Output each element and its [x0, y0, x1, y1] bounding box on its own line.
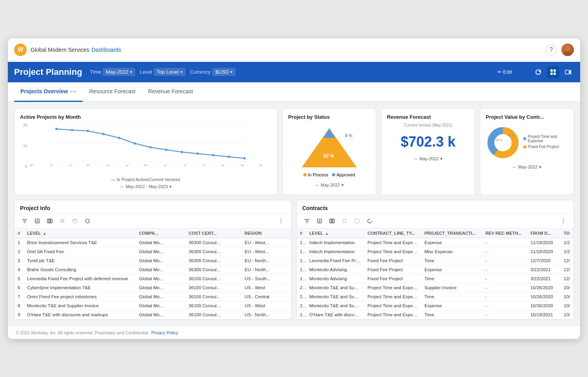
currency-label: Currency	[190, 69, 211, 75]
row-cost-center: 36300 Consul...	[185, 265, 241, 274]
filter-button[interactable]	[517, 66, 529, 78]
table-row[interactable]: 9 O'Hare T&E with discounts and markups …	[15, 310, 291, 319]
col-region[interactable]: REGION	[241, 228, 291, 238]
contracts-refresh-icon[interactable]	[365, 216, 374, 226]
row-level: Initech Implementation	[306, 238, 364, 247]
edit-button[interactable]: ✏ Edit	[495, 67, 514, 76]
save-icon[interactable]	[70, 216, 80, 226]
table-row[interactable]: 5 Lexmedia Fixed Fee Project with deferr…	[15, 274, 291, 283]
row-company: Global Mo...	[136, 265, 185, 274]
row-contract-type: Project Time and Expen...	[364, 310, 421, 319]
table-row[interactable]: 7 Omni Fixed Fee project milestones Glob…	[15, 292, 291, 301]
table-row[interactable]: 23 O'Hare T&E with discounts and markups…	[297, 310, 573, 319]
revenue-date-filter[interactable]: ↔ May-2022 ▾	[387, 156, 469, 161]
tab-revenue-forecast[interactable]: Revenue Forecast	[142, 83, 199, 101]
table-row[interactable]: 22 Montecito T&E and Supplier Invoice Pr…	[297, 301, 573, 310]
privacy-policy-link[interactable]: Privacy Policy	[151, 330, 178, 335]
row-num: 18	[297, 265, 306, 274]
table-row[interactable]: 18 Montecito Advising Fixed Fee Project …	[297, 265, 573, 274]
more-options-icon[interactable]: ⋮	[276, 216, 286, 226]
svg-point-17	[149, 146, 152, 149]
table-row[interactable]: 4 Brahe Goods Consulting Global Mo... 36…	[15, 265, 291, 274]
refresh-button[interactable]	[532, 66, 544, 78]
table-row[interactable]: 3 Tyrell plc T&E Global Mo... 36300 Cons…	[15, 256, 291, 265]
row-num: 7	[15, 292, 24, 301]
con-col-from[interactable]: FROM D...	[527, 228, 561, 238]
project-status-chart: Project by Status 8 % 92 % In Pr	[282, 108, 376, 195]
row-from-date: 3/22/2021	[527, 274, 561, 283]
level-filter-value[interactable]: Top Level ▾	[154, 68, 185, 76]
grid-view-button[interactable]	[547, 66, 559, 78]
time-filter-value[interactable]: May-2022 ▾	[103, 68, 135, 76]
table-row[interactable]: 2 Orel SA Fixed Fee Global Mo... 36300 C…	[15, 247, 291, 256]
table-row[interactable]: 6 Cyberdyne Implementation T&E Global Mo…	[15, 283, 291, 292]
filter-rows-icon[interactable]	[20, 216, 29, 226]
row-num: 2	[15, 247, 24, 256]
row-to: 10/	[561, 283, 573, 292]
col-level[interactable]: LEVEL ▲	[24, 228, 136, 238]
col-cost-center[interactable]: COST CENT...	[185, 228, 241, 238]
row-company: Global Mo...	[136, 247, 185, 256]
table-row[interactable]: 19 Montecito Advising Fixed Fee Project …	[297, 274, 573, 283]
date-range-filter[interactable]: ↔ May-2022 - May-2023 ▾	[20, 184, 272, 189]
table-row[interactable]: 17 Lexmedia Fixed Fee Project with defer…	[297, 256, 573, 265]
con-col-level[interactable]: LEVEL ▲	[306, 228, 364, 238]
contracts-toolbar: ⋮	[297, 214, 573, 228]
project-info-scroll[interactable]: # LEVEL ▲ COMPA... COST CENT... REGION 1…	[15, 228, 291, 319]
con-col-rev-rec[interactable]: REV REC METH...	[482, 228, 527, 238]
table-row[interactable]: 20 Montecito T&E and Supplier Invoice Pr…	[297, 283, 573, 292]
refresh-table-icon[interactable]	[83, 216, 92, 226]
revenue-value: $702.3 k	[387, 134, 469, 150]
tab-projects-overview[interactable]: Projects Overview ⋯	[14, 82, 83, 102]
con-col-to[interactable]: TO	[561, 228, 573, 238]
project-value-date-filter[interactable]: ↔ May-2022 ▾	[486, 165, 568, 170]
dashboards-link[interactable]: Dashboards	[91, 47, 121, 53]
contracts-more-icon[interactable]: ⋮	[559, 216, 568, 226]
row-level: Montecito T&E and Supplier Invoice	[306, 292, 364, 301]
status-date-filter[interactable]: ↔ May-2022 ▾	[288, 183, 370, 188]
col-company[interactable]: COMPA...	[136, 228, 185, 238]
workday-logo: W	[14, 44, 27, 56]
contracts-scroll[interactable]: # LEVEL ▲ CONTRACT_LINE_TY... PROJECT_TR…	[297, 228, 573, 319]
export-icon[interactable]	[33, 216, 42, 226]
column-icon[interactable]	[45, 216, 54, 226]
contracts-filter-icon[interactable]	[302, 216, 312, 226]
table-row[interactable]: 1 Brice Investissement Services T&E Glob…	[15, 238, 291, 247]
table-row[interactable]: 16 Initech Implementation Project Time a…	[297, 247, 573, 256]
video-button[interactable]	[562, 66, 574, 78]
contracts-export-icon[interactable]	[315, 216, 324, 226]
tab-menu-icon[interactable]: ⋯	[70, 88, 76, 95]
currency-filter-value[interactable]: $USD ▾	[212, 68, 236, 76]
row-from-date: 10/26/2020	[527, 283, 561, 292]
page-title: Project Planning	[14, 67, 82, 77]
revenue-subtitle: Current Version (May 2022)	[387, 123, 469, 127]
row-num: 1	[15, 238, 24, 247]
table-row[interactable]: 15 Initech Implementation Project Time a…	[297, 238, 573, 247]
con-col-proj-trans[interactable]: PROJECT_TRANSACTI...	[421, 228, 483, 238]
avatar[interactable]	[561, 44, 574, 56]
row-contract-type: Fixed Fee Project	[364, 265, 421, 274]
svg-rect-40	[51, 219, 52, 223]
copy-icon[interactable]	[58, 216, 67, 226]
chevron-down-icon-7: ▾	[539, 165, 541, 170]
row-level: Montecito T&E and Supplier Invoice	[306, 283, 364, 292]
main-content: Active Projects by Month 20 10 0	[8, 102, 580, 326]
contracts-copy-icon[interactable]	[340, 216, 349, 226]
contracts-save-icon[interactable]	[352, 216, 362, 226]
tab-resource-forecast[interactable]: Resource Forecast	[83, 83, 142, 101]
contracts-column-icon[interactable]	[327, 216, 337, 226]
row-num: 23	[297, 310, 306, 319]
table-row[interactable]: 21 Montecito T&E and Supplier Invoice Pr…	[297, 292, 573, 301]
row-to: 1/2	[561, 247, 573, 256]
svg-point-1	[563, 52, 572, 56]
row-to: 1/2	[561, 238, 573, 247]
con-col-type[interactable]: CONTRACT_LINE_TY...	[364, 228, 421, 238]
table-row[interactable]: 8 Montecito T&E and Supplier Invoice Glo…	[15, 301, 291, 310]
help-icon[interactable]: ?	[546, 44, 557, 55]
row-proj-transaction: Supplier Invoice	[421, 283, 483, 292]
chevron-down-icon-4: ▾	[169, 184, 172, 189]
revenue-forecast-chart: Revenue Forecast Current Version (May 20…	[381, 108, 475, 195]
svg-point-0	[565, 45, 570, 51]
active-projects-chart: Active Projects by Month 20 10 0	[14, 108, 278, 195]
svg-rect-5	[550, 72, 553, 75]
